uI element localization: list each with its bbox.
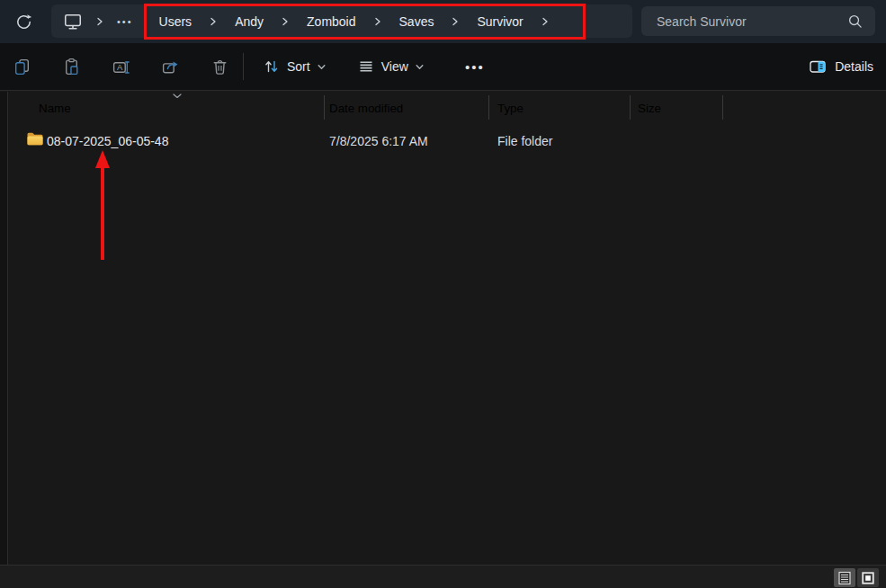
breadcrumb-item-survivor[interactable]: Survivor [477,14,523,29]
copy-icon [13,58,31,76]
trash-icon [210,58,229,76]
file-name: 08-07-2025_06-05-48 [47,134,168,148]
chevron-right-icon [281,17,290,26]
status-bar [0,565,886,588]
column-header-date-modified[interactable]: Date modified [329,102,403,115]
arrow-shaft [101,167,104,260]
command-toolbar: A [0,43,886,91]
details-pane-icon [809,58,827,76]
paste-icon [62,58,81,76]
details-view-toggle[interactable] [834,568,855,587]
file-type: File folder [497,134,552,148]
chevron-right-icon [95,17,104,26]
chevron-right-icon [451,17,460,26]
column-header-type[interactable]: Type [497,102,524,115]
column-divider [488,95,489,120]
column-header-size[interactable]: Size [638,102,661,115]
column-headers: Name Date modified Type Size [0,92,886,124]
chevron-right-icon [373,17,382,26]
large-thumbnails-toggle[interactable] [857,568,879,587]
breadcrumb-item-users[interactable]: Users [159,14,192,29]
column-divider [630,95,631,120]
refresh-button[interactable] [9,7,38,36]
chevron-down-icon [415,62,425,72]
breadcrumb-item-saves[interactable]: Saves [399,14,434,29]
search-box [641,6,875,36]
details-pane-label: Details [835,59,873,74]
left-gutter [0,92,7,565]
file-date-modified: 7/8/2025 6:17 AM [329,134,428,148]
breadcrumb-item-andy[interactable]: Andy [235,14,264,29]
details-pane-button[interactable]: Details [809,51,873,82]
address-bar: ••• Users Andy Zomboid Saves Survivor [0,0,886,43]
see-more-button[interactable]: ••• [457,51,493,82]
sort-label: Sort [287,59,310,74]
folder-icon [26,131,44,147]
breadcrumb-overflow-button[interactable]: ••• [117,16,133,27]
file-row[interactable]: 08-07-2025_06-05-48 7/8/2025 6:17 AM Fil… [8,128,886,155]
search-icon [847,13,863,29]
view-label: View [381,59,408,74]
this-pc-button[interactable] [63,12,83,31]
search-input[interactable] [641,14,847,29]
thumbnails-view-icon [861,571,875,585]
details-view-icon [837,571,852,585]
monitor-icon [63,12,83,31]
sort-button[interactable]: Sort [254,51,336,82]
refresh-icon [15,13,32,31]
chevron-right-icon [541,17,550,26]
rename-button[interactable]: A [105,51,136,82]
column-divider [324,95,325,120]
chevron-right-icon [209,17,218,26]
toolbar-divider [243,53,244,80]
sort-direction-icon [172,93,183,100]
view-button[interactable]: View [348,51,434,82]
column-divider [722,95,723,120]
share-icon [161,58,180,76]
file-list-area: Name Date modified Type Size [0,92,886,565]
rename-icon: A [112,58,130,76]
breadcrumb-item-zomboid[interactable]: Zomboid [307,14,355,29]
pane-divider [7,92,8,565]
copy-button[interactable] [6,51,37,82]
sort-icon [263,58,281,76]
view-icon [357,58,375,76]
delete-button[interactable] [204,51,235,82]
share-button[interactable] [155,51,185,82]
paste-button[interactable] [56,51,86,82]
file-explorer-window: ••• Users Andy Zomboid Saves Survivor [0,0,886,588]
column-header-name[interactable]: Name [39,102,71,115]
chevron-down-icon [317,62,327,72]
svg-text:A: A [116,62,122,72]
breadcrumb: ••• Users Andy Zomboid Saves Survivor [51,4,632,38]
